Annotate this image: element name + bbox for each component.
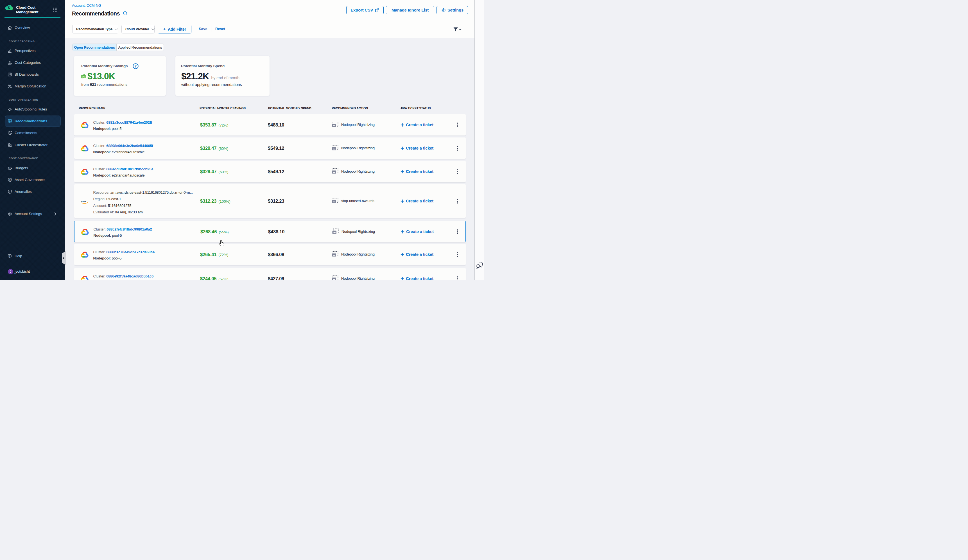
- svg-text:$: $: [8, 6, 10, 10]
- svg-text:?: ?: [134, 65, 137, 68]
- svg-text:?: ?: [9, 254, 10, 257]
- svg-text:$: $: [9, 167, 10, 169]
- svg-text:$: $: [9, 179, 11, 181]
- svg-text:aws: aws: [81, 200, 86, 203]
